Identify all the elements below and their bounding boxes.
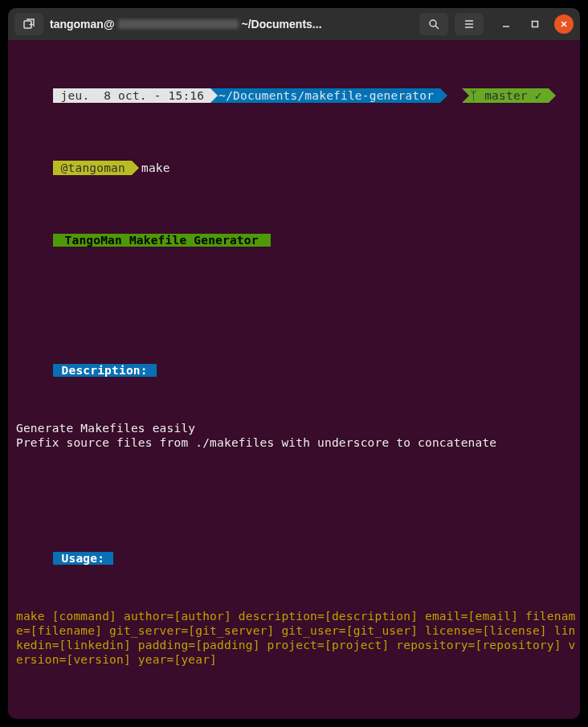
titlebar: tangoman@ ~/Documents... <box>8 8 580 40</box>
description-line: Prefix source files from ./makefiles wit… <box>10 435 578 450</box>
search-button[interactable] <box>419 13 448 35</box>
terminal-body[interactable]: jeu. 8 oct. - 15:16~/Documents/makefile-… <box>8 40 580 719</box>
usage-text: make [command] author=[author] descripti… <box>10 609 578 667</box>
svg-rect-2 <box>533 22 538 27</box>
prompt-branch: ᛉ master ✓ <box>462 88 549 103</box>
prompt-user: @tangoman <box>53 161 132 175</box>
prompt-line-2: @tangomanmake <box>10 146 578 190</box>
new-tab-button[interactable] <box>14 13 43 35</box>
prompt-command: make <box>141 161 170 174</box>
output-header: TangoMan Makefile Generator <box>10 219 578 262</box>
minimize-button[interactable] <box>496 14 516 34</box>
prompt-date: jeu. 8 oct. - 15:16 <box>53 88 211 103</box>
prompt-path: ~/Documents/makefile-generator <box>210 88 440 103</box>
title-path: ~/Documents... <box>242 18 322 31</box>
maximize-button[interactable] <box>525 14 545 34</box>
close-button[interactable] <box>554 14 574 34</box>
description-line: Generate Makefiles easily <box>10 421 578 435</box>
title-user: tangoman@ <box>50 18 115 31</box>
menu-button[interactable] <box>455 13 484 35</box>
git-branch-icon: ᛉ <box>470 89 484 102</box>
svg-point-1 <box>430 20 436 27</box>
title-blurred-host <box>118 19 239 29</box>
usage-header: Usage: <box>10 537 578 580</box>
terminal-window: tangoman@ ~/Documents... jeu. 8 oct. - 1… <box>8 8 580 719</box>
description-header: Description: <box>10 349 578 392</box>
window-title: tangoman@ ~/Documents... <box>50 18 413 31</box>
prompt-line-1: jeu. 8 oct. - 15:16~/Documents/makefile-… <box>10 74 578 117</box>
